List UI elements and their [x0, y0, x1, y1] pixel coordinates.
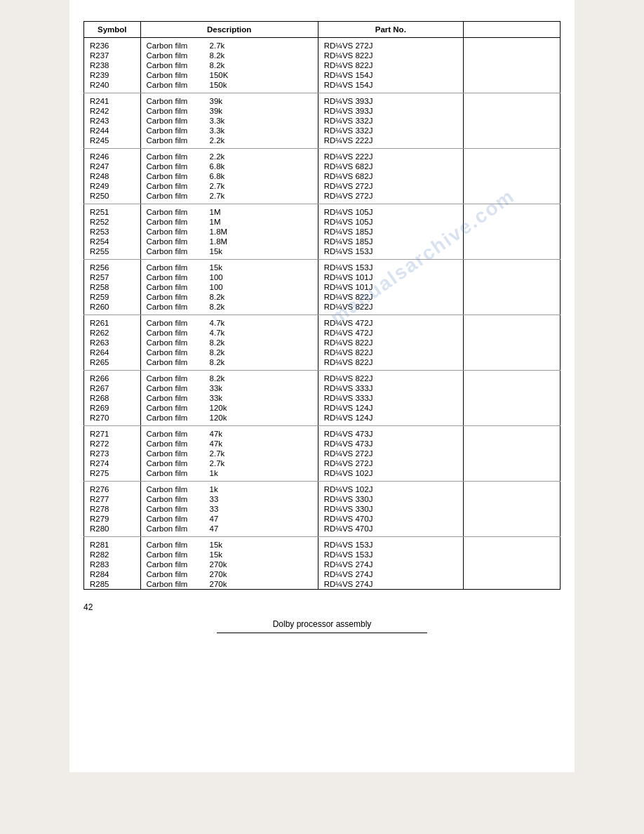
table-row: R279 [84, 514, 141, 524]
table-row: R256 [84, 260, 141, 273]
table-row: R253 [84, 227, 141, 237]
table-row: R245 [84, 135, 141, 149]
table-row: R260 [84, 302, 141, 315]
table-row: R268 [84, 393, 141, 403]
table-row: R240 [84, 80, 141, 93]
table-row: R283 [84, 560, 141, 569]
table-row: R236 [84, 38, 141, 51]
table-row: R272 [84, 439, 141, 449]
table-row: R258 [84, 282, 141, 292]
table-row: R244 [84, 126, 141, 135]
table-row: R275 [84, 468, 141, 482]
table-row: R248 [84, 171, 141, 181]
table-row: R251 [84, 204, 141, 218]
table-row: R241 [84, 93, 141, 107]
table-row: R252 [84, 217, 141, 227]
table-row: R277 [84, 494, 141, 504]
table-row: R269 [84, 403, 141, 413]
header-part-no: Part No. [318, 22, 463, 38]
table-row: R266 [84, 371, 141, 384]
table-row: R263 [84, 338, 141, 348]
table-row: R270 [84, 413, 141, 426]
table-row: R280 [84, 524, 141, 537]
table-row: R242 [84, 106, 141, 116]
table-row: R281 [84, 537, 141, 550]
page-number: 42 [83, 602, 561, 612]
table-row: R285 [84, 579, 141, 590]
table-row: R247 [84, 161, 141, 171]
table-row: R257 [84, 272, 141, 282]
table-row: R274 [84, 458, 141, 468]
header-description: Description [140, 22, 318, 38]
table-row: R254 [84, 237, 141, 246]
table-row: R250 [84, 191, 141, 204]
page: manualsarchive.com Symbol Description Pa… [69, 0, 575, 772]
table-row: R264 [84, 348, 141, 357]
table-row: R238 [84, 60, 141, 70]
footer-line [217, 633, 427, 633]
table-row: R259 [84, 292, 141, 302]
table-row: R278 [84, 504, 141, 514]
table-row: R276 [84, 482, 141, 495]
table-row: R239 [84, 70, 141, 80]
table-row: R255 [84, 246, 141, 260]
table-row: R271 [84, 426, 141, 439]
table-row: R265 [84, 357, 141, 371]
table-row: R267 [84, 383, 141, 393]
table-row: R249 [84, 181, 141, 191]
table-row: R246 [84, 149, 141, 162]
table-row: R261 [84, 315, 141, 329]
table-row: R262 [84, 328, 141, 338]
table-row: R243 [84, 116, 141, 126]
footer-caption: Dolby processor assembly [83, 619, 561, 629]
header-symbol: Symbol [84, 22, 141, 38]
parts-table: Symbol Description Part No. R236Carbon f… [83, 21, 561, 590]
header-extra [463, 22, 560, 38]
table-row: R273 [84, 449, 141, 458]
table-row: R284 [84, 569, 141, 579]
table-row: R282 [84, 550, 141, 560]
table-row: R237 [84, 51, 141, 60]
